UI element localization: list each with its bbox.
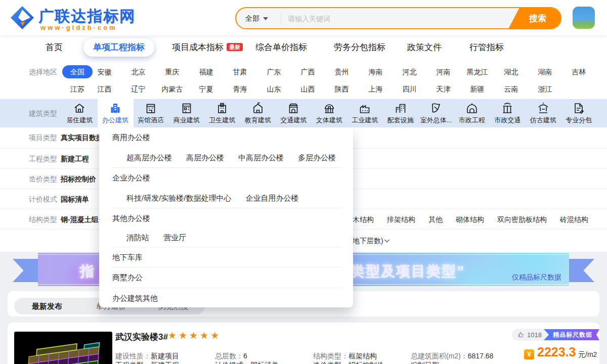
region-item[interactable]: 江西 xyxy=(88,85,121,94)
nav-item-admin-index[interactable]: 行管指标 xyxy=(469,35,504,60)
hospital-icon xyxy=(216,102,228,114)
region-item[interactable]: 黑龙江 xyxy=(460,68,494,77)
region-item[interactable]: 广东 xyxy=(257,68,291,77)
building-type-municipal-traffic[interactable]: 市政交通 xyxy=(490,99,526,127)
logo-icon xyxy=(9,5,35,31)
dd-group-shangshu-office[interactable]: 商墅办公 xyxy=(112,273,143,283)
region-item[interactable]: 重庆 xyxy=(155,68,189,77)
dd-option[interactable]: 科技/研发/实验楼/数据处理中心 xyxy=(126,194,232,203)
field-engineering-type: 工程类型：新建工程 xyxy=(115,361,179,364)
region-item[interactable]: 河北 xyxy=(393,68,426,77)
nav-item-home[interactable]: 首页 xyxy=(46,35,63,60)
region-item[interactable]: 北京 xyxy=(121,68,155,77)
region-item[interactable]: 四川 xyxy=(393,85,426,94)
dd-group-commercial-office[interactable]: 商用办公楼 xyxy=(112,133,150,143)
bridge-icon xyxy=(466,102,478,114)
project-card[interactable]: 武汉实验楼3# ★★★★★ 建设性质：新建项目 总层数：6 结构类型：框架结构 … xyxy=(8,323,599,364)
project-title[interactable]: 武汉实验楼3# xyxy=(115,331,168,343)
more-filters-toggle[interactable]: 地下层数) xyxy=(353,237,383,246)
dd-option[interactable]: 超高层办公楼 xyxy=(126,153,172,163)
building-type-hotel[interactable]: 宾馆酒店 xyxy=(133,99,169,127)
region-item[interactable]: 宁夏 xyxy=(189,85,223,94)
dd-group-underground-garage[interactable]: 地下车库 xyxy=(112,253,143,262)
building-type-municipal-eng[interactable]: 市政工程 xyxy=(454,99,490,127)
building-type-office-selected[interactable]: 办公建筑 xyxy=(98,99,134,127)
building-type-transport[interactable]: 交通建筑 xyxy=(276,99,312,127)
nav-item-labor-subcontract-index[interactable]: 劳务分包指标 xyxy=(334,35,385,60)
nav-item-composite-price-index[interactable]: 综合单价指标 xyxy=(255,35,307,60)
building-type-culture-sports[interactable]: 文体建筑 xyxy=(312,99,348,127)
avatar[interactable] xyxy=(573,7,595,29)
building-type-facilities[interactable]: 配套设施 xyxy=(383,99,419,127)
dd-option[interactable]: 多层办公楼 xyxy=(298,153,336,163)
structure-option[interactable]: 砖混结构 xyxy=(560,215,588,224)
region-item[interactable]: 陕西 xyxy=(325,85,359,94)
region-item[interactable]: 内蒙古 xyxy=(155,85,189,94)
region-item[interactable]: 甘肃 xyxy=(223,68,257,77)
region-item[interactable]: 上海 xyxy=(359,85,393,94)
dd-option[interactable]: 营业厅 xyxy=(163,233,186,243)
region-item[interactable]: 安徽 xyxy=(88,68,121,77)
region-item[interactable]: 福建 xyxy=(189,68,223,77)
region-item[interactable]: 海南 xyxy=(359,68,393,77)
building-type-health[interactable]: 卫生建筑 xyxy=(204,99,240,127)
search-button[interactable]: 搜索 xyxy=(508,8,561,29)
structure-option[interactable]: 排架结构 xyxy=(387,215,415,224)
factory-icon xyxy=(359,102,371,114)
region-item[interactable]: 湖南 xyxy=(528,68,562,77)
building-type-industrial[interactable]: 工业建筑 xyxy=(347,99,383,127)
filter-value[interactable]: 招标控制价 xyxy=(61,175,96,184)
field-pricing-mode: 计价模式：国标清单 xyxy=(215,361,279,364)
nav-item-policy-files[interactable]: 政策文件 xyxy=(407,35,442,60)
field-cost-type: 造价类型：招标控制价 xyxy=(313,361,384,364)
structure-option[interactable]: 木结构 xyxy=(353,215,374,224)
divider xyxy=(281,13,281,23)
building-type-residential[interactable]: 居住建筑 xyxy=(62,99,98,127)
filter-value[interactable]: 真实项目数据 xyxy=(61,133,103,143)
main-nav: 首页 单项工程指标 项目成本指标最新 综合单价指标 劳务分包指标 政策文件 行管… xyxy=(0,35,607,60)
dd-option[interactable]: 消防站 xyxy=(126,233,149,243)
building-type-education[interactable]: 教育建筑 xyxy=(240,99,276,127)
dd-group-office-other[interactable]: 办公建筑其他 xyxy=(112,294,158,303)
dd-group-enterprise-office[interactable]: 企业办公楼 xyxy=(112,173,150,183)
region-item[interactable]: 青海 xyxy=(223,85,257,94)
search-input[interactable] xyxy=(287,8,491,29)
nav-item-project-cost-index[interactable]: 项目成本指标最新 xyxy=(172,35,243,60)
dd-option[interactable]: 企业自用办公楼 xyxy=(246,194,299,203)
dd-group-other-office[interactable]: 其他办公楼 xyxy=(112,214,150,223)
region-item[interactable]: 吉林 xyxy=(562,68,596,77)
building-type-subcontract[interactable]: 专业分包 xyxy=(561,99,597,127)
dd-option[interactable]: 高层办公楼 xyxy=(186,153,224,163)
building-type-antique[interactable]: 仿古建筑 xyxy=(526,99,561,127)
region-item[interactable]: 湖北 xyxy=(494,68,528,77)
tab-latest[interactable]: 最新发布 xyxy=(14,298,80,314)
project-thumbnail[interactable] xyxy=(14,332,112,364)
dd-option[interactable]: 中高层办公楼 xyxy=(238,153,284,163)
region-item[interactable]: 云南 xyxy=(494,85,528,94)
search-bar: 全部 搜索 xyxy=(235,7,561,29)
search-category-dropdown[interactable]: 全部 xyxy=(245,8,268,28)
price-unit: 元/m2 xyxy=(578,350,597,359)
region-item[interactable]: 贵州 xyxy=(325,68,359,77)
nav-item-unit-project-index-active[interactable]: 单项工程指标 xyxy=(83,38,154,57)
like-button[interactable]: 1018 xyxy=(512,329,547,341)
filter-value[interactable]: 新建工程 xyxy=(61,155,89,164)
structure-option[interactable]: 其他 xyxy=(428,215,443,224)
region-item[interactable]: 广西 xyxy=(291,68,325,77)
building-type-outdoor[interactable]: 室外总体... xyxy=(418,99,454,127)
region-item[interactable]: 天津 xyxy=(426,85,460,94)
region-item[interactable]: 新疆 xyxy=(460,85,494,94)
building-type-label: 建筑类型 xyxy=(29,109,57,118)
structure-option[interactable]: 双向密肋板结构 xyxy=(497,215,547,224)
filter-value[interactable]: 国标清单 xyxy=(61,195,89,204)
stadium-icon xyxy=(323,102,335,114)
region-item[interactable]: 山西 xyxy=(291,85,325,94)
region-item[interactable]: 辽宁 xyxy=(121,85,155,94)
building-type-commercial[interactable]: 商业建筑 xyxy=(169,99,205,127)
chevron-down-icon[interactable] xyxy=(383,237,391,245)
region-item[interactable]: 河南 xyxy=(426,68,460,77)
logo-subtitle: www·gldzb·com xyxy=(40,24,117,31)
region-item[interactable]: 浙江 xyxy=(528,85,562,94)
region-item[interactable]: 山东 xyxy=(257,85,291,94)
structure-option[interactable]: 砌体结构 xyxy=(456,215,484,224)
